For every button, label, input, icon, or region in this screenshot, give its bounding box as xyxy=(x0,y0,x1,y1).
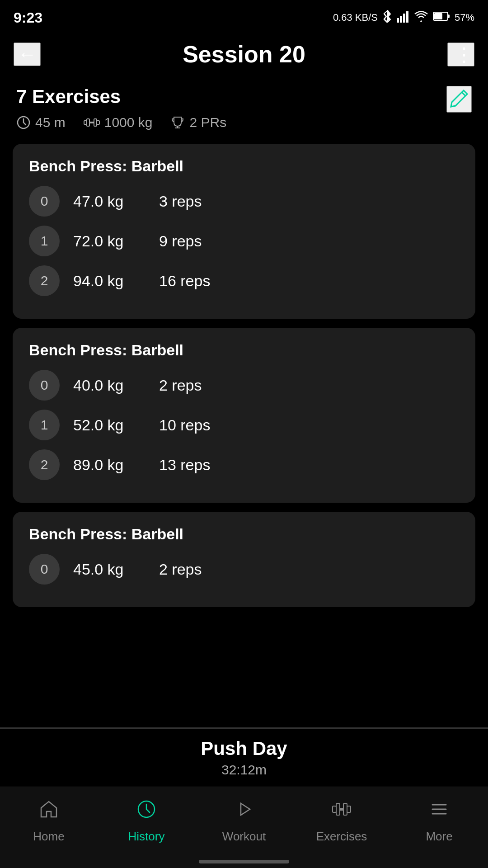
edit-button[interactable] xyxy=(446,86,472,113)
set-row-0-1: 172.0 kg9 reps xyxy=(29,226,459,256)
set-weight-0-2: 94.0 kg xyxy=(73,272,145,290)
exercise-card-2: Bench Press: Barbell045.0 kg2 reps xyxy=(13,512,475,607)
set-row-2-0: 045.0 kg2 reps xyxy=(29,554,459,585)
set-reps-1-0: 2 reps xyxy=(159,377,202,394)
svg-rect-6 xyxy=(448,14,450,18)
nav-label-more: More xyxy=(426,830,452,844)
more-icon xyxy=(428,798,450,825)
svg-rect-17 xyxy=(333,806,336,812)
workout-name: Push Day xyxy=(9,738,479,760)
set-number-1-0: 0 xyxy=(29,370,60,401)
history-icon xyxy=(135,798,158,825)
set-weight-0-1: 72.0 kg xyxy=(73,232,145,250)
bottom-nav: Home History Workout xyxy=(0,787,488,868)
set-number-0-2: 2 xyxy=(29,265,60,296)
workout-duration: 32:12m xyxy=(9,762,479,778)
svg-rect-2 xyxy=(403,14,405,23)
svg-rect-10 xyxy=(89,122,94,123)
exercises-icon xyxy=(330,798,353,825)
edit-icon xyxy=(447,87,471,110)
wifi-icon xyxy=(414,10,428,25)
prs-stat: 2 PRs xyxy=(170,115,226,130)
set-row-1-1: 152.0 kg10 reps xyxy=(29,410,459,440)
exercise-name-0: Bench Press: Barbell xyxy=(29,157,459,175)
svg-rect-18 xyxy=(336,803,340,815)
exercise-card-1: Bench Press: Barbell040.0 kg2 reps152.0 … xyxy=(13,328,475,503)
nav-label-workout: Workout xyxy=(222,830,266,844)
exercise-name-1: Bench Press: Barbell xyxy=(29,341,459,359)
exercise-card-0: Bench Press: Barbell047.0 kg3 reps172.0 … xyxy=(13,144,475,319)
duration-stat: 45 m xyxy=(16,115,66,130)
nav-item-more[interactable]: More xyxy=(390,798,488,844)
duration-value: 45 m xyxy=(35,115,66,130)
svg-rect-21 xyxy=(347,806,351,812)
weight-value: 1000 kg xyxy=(104,115,153,130)
exercise-list: Bench Press: Barbell047.0 kg3 reps172.0 … xyxy=(0,135,488,686)
battery-percent: 57% xyxy=(455,12,474,24)
more-options-button[interactable]: ⋮ xyxy=(447,42,474,66)
set-weight-1-1: 52.0 kg xyxy=(73,416,145,434)
home-icon xyxy=(38,798,60,825)
trophy-icon xyxy=(170,115,185,130)
home-indicator xyxy=(199,860,289,863)
network-speed: 0.63 KB/S xyxy=(333,12,378,24)
set-weight-0-0: 47.0 kg xyxy=(73,193,145,210)
svg-rect-1 xyxy=(400,16,402,23)
svg-rect-12 xyxy=(97,121,99,124)
set-weight-2-0: 45.0 kg xyxy=(73,561,145,578)
set-reps-1-1: 10 reps xyxy=(159,416,210,434)
exercise-name-2: Bench Press: Barbell xyxy=(29,525,459,543)
weight-icon xyxy=(84,116,100,129)
page-title: Session 20 xyxy=(183,41,305,68)
nav-item-exercises[interactable]: Exercises xyxy=(293,798,390,844)
set-reps-0-1: 9 reps xyxy=(159,232,202,250)
battery-icon xyxy=(433,11,450,24)
status-bar: 9:23 0.63 KB/S xyxy=(0,0,488,32)
set-number-0-1: 1 xyxy=(29,226,60,256)
set-number-0-0: 0 xyxy=(29,186,60,217)
set-weight-1-2: 89.0 kg xyxy=(73,456,145,474)
workout-info-bar: Push Day 32:12m xyxy=(0,727,488,787)
weight-stat: 1000 kg xyxy=(84,115,153,130)
svg-rect-3 xyxy=(406,11,408,23)
set-row-1-2: 289.0 kg13 reps xyxy=(29,449,459,480)
set-reps-1-2: 13 reps xyxy=(159,456,210,474)
set-number-1-2: 2 xyxy=(29,449,60,480)
nav-label-history: History xyxy=(128,830,165,844)
clock-icon xyxy=(16,115,31,130)
nav-item-home[interactable]: Home xyxy=(0,798,98,844)
svg-rect-5 xyxy=(434,13,442,19)
set-weight-1-0: 40.0 kg xyxy=(73,377,145,394)
set-row-0-2: 294.0 kg16 reps xyxy=(29,265,459,296)
exercise-count: 7 Exercises xyxy=(16,86,472,108)
session-stats: 45 m 1000 kg 2 PRs xyxy=(16,115,472,130)
set-number-1-1: 1 xyxy=(29,410,60,440)
signal-icon xyxy=(397,10,409,25)
svg-rect-9 xyxy=(87,119,89,126)
status-icons: 0.63 KB/S xyxy=(333,10,474,25)
back-button[interactable]: ← xyxy=(14,42,41,66)
set-number-2-0: 0 xyxy=(29,554,60,585)
prs-value: 2 PRs xyxy=(189,115,226,130)
nav-label-exercises: Exercises xyxy=(316,830,367,844)
set-reps-2-0: 2 reps xyxy=(159,561,202,578)
svg-rect-20 xyxy=(343,803,347,815)
set-row-1-0: 040.0 kg2 reps xyxy=(29,370,459,401)
set-reps-0-0: 3 reps xyxy=(159,193,202,210)
top-nav: ← Session 20 ⋮ xyxy=(0,32,488,77)
set-reps-0-2: 16 reps xyxy=(159,272,210,290)
svg-rect-19 xyxy=(340,808,343,811)
nav-label-home: Home xyxy=(33,830,64,844)
set-row-0-0: 047.0 kg3 reps xyxy=(29,186,459,217)
status-time: 9:23 xyxy=(14,9,42,26)
workout-icon xyxy=(233,798,255,825)
svg-marker-16 xyxy=(241,803,250,815)
nav-item-history[interactable]: History xyxy=(98,798,195,844)
svg-rect-0 xyxy=(397,18,399,23)
nav-item-workout[interactable]: Workout xyxy=(195,798,293,844)
bluetooth-icon xyxy=(382,10,392,25)
session-info: 7 Exercises 45 m 1000 kg xyxy=(0,77,488,135)
